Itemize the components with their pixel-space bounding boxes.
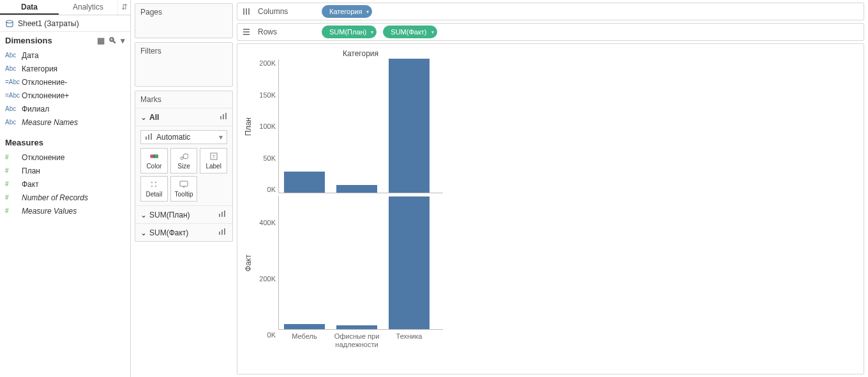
- columns-shelf[interactable]: Columns Категория: [237, 3, 864, 20]
- size-button[interactable]: Size: [170, 148, 198, 174]
- marks-card: Marks ⌄ All Automatic ▾ Color: [135, 91, 233, 242]
- viz-area: Columns Категория Rows SUM(План) SUM(Фак…: [233, 0, 868, 377]
- svg-rect-20: [221, 212, 223, 217]
- search-icon[interactable]: 🔍︎: [108, 36, 117, 45]
- chart-title: Категория: [243, 49, 443, 58]
- x-label-office: Офисные при надлежности: [331, 332, 383, 349]
- svg-rect-2: [223, 114, 224, 119]
- tab-dropdown[interactable]: ⇵: [117, 0, 130, 15]
- datasource-row[interactable]: Sheet1 (Затраты): [0, 15, 130, 32]
- svg-rect-19: [219, 214, 220, 217]
- svg-point-10: [181, 157, 183, 159]
- bar-plan-tech[interactable]: [389, 59, 430, 193]
- svg-point-11: [183, 154, 188, 159]
- rows-shelf[interactable]: Rows SUM(План) SUM(Факт): [237, 23, 864, 41]
- filters-title: Filters: [135, 43, 232, 59]
- side-tabs: Data Analytics ⇵: [0, 0, 130, 15]
- svg-rect-26: [246, 8, 247, 15]
- bar-plan-mebel[interactable]: [284, 172, 325, 193]
- chevron-right-icon: ⌄: [140, 211, 149, 219]
- color-icon: [149, 152, 158, 161]
- view-as-icon[interactable]: ▦: [97, 36, 105, 45]
- svg-point-14: [151, 182, 153, 183]
- detail-button[interactable]: Detail: [140, 176, 168, 202]
- bar-icon: [145, 133, 153, 142]
- svg-point-0: [6, 20, 13, 23]
- pages-title: Pages: [135, 4, 232, 20]
- svg-text:T: T: [212, 154, 215, 159]
- bar-fact-tech[interactable]: [389, 196, 430, 329]
- measures-header: Measures: [0, 134, 130, 151]
- svg-point-16: [151, 186, 153, 187]
- measure-field[interactable]: #Отклонение: [0, 151, 130, 164]
- measures-list: #Отклонение #План #Факт #Number of Recor…: [0, 151, 130, 218]
- tooltip-icon: [179, 180, 188, 189]
- plot-fact[interactable]: [278, 196, 443, 330]
- detail-icon: [150, 180, 158, 189]
- svg-rect-24: [224, 228, 225, 235]
- plot-plan[interactable]: [278, 59, 443, 193]
- svg-rect-3: [225, 113, 227, 119]
- bar-fact-office[interactable]: [336, 325, 377, 329]
- dimension-field[interactable]: =AbcОтклонение-: [0, 75, 130, 89]
- datasource-name: Sheet1 (Затраты): [18, 19, 79, 28]
- y-axis-label-fact: Факт: [243, 196, 254, 330]
- svg-rect-27: [248, 8, 250, 15]
- chevron-down-icon: ▾: [219, 133, 223, 142]
- bar-fact-mebel[interactable]: [284, 324, 325, 329]
- color-button[interactable]: Color: [140, 148, 168, 174]
- measure-field[interactable]: #Факт: [0, 177, 130, 191]
- size-icon: [179, 152, 188, 161]
- svg-rect-21: [224, 211, 225, 217]
- x-axis: Мебель Офисные при надлежности Техника: [243, 332, 443, 349]
- label-icon: T: [210, 152, 218, 161]
- svg-rect-30: [243, 34, 250, 35]
- svg-rect-4: [146, 137, 147, 140]
- measure-field[interactable]: #Measure Values: [0, 204, 130, 218]
- measure-field[interactable]: #Number of Records: [0, 191, 130, 204]
- x-label-mebel: Мебель: [278, 332, 331, 349]
- y-axis-ticks-fact: 400K 200K 0K: [254, 196, 278, 330]
- marks-buttons: Color Size T Label Detail Tooltip: [135, 148, 232, 205]
- datasource-icon: [5, 19, 14, 28]
- marks-sub-plan[interactable]: ⌄ SUM(План): [135, 205, 232, 223]
- dimension-field[interactable]: =AbcОтклонение+: [0, 89, 130, 102]
- dimensions-header: Dimensions ▦ 🔍︎ ▾: [0, 32, 130, 48]
- bar-plan-office[interactable]: [336, 185, 377, 193]
- dimension-field[interactable]: AbcКатегория: [0, 62, 130, 75]
- measure-field[interactable]: #План: [0, 164, 130, 177]
- pages-card[interactable]: Pages: [135, 3, 233, 38]
- rows-label: Rows: [258, 27, 315, 36]
- svg-rect-18: [180, 181, 188, 186]
- chevron-right-icon: ⌄: [140, 228, 149, 237]
- row-pill-fact[interactable]: SUM(Факт): [383, 26, 437, 38]
- bar-icon: [220, 112, 227, 122]
- bar-icon: [218, 210, 227, 219]
- svg-rect-28: [243, 29, 250, 30]
- visualization[interactable]: Категория План 200K 150K 100K 50K 0K: [237, 43, 864, 374]
- svg-rect-1: [220, 116, 221, 119]
- svg-rect-23: [221, 230, 223, 235]
- tab-data[interactable]: Data: [0, 0, 59, 15]
- y-axis-ticks-plan: 200K 150K 100K 50K 0K: [254, 59, 278, 193]
- svg-rect-22: [219, 232, 220, 235]
- y-axis-label-plan: План: [243, 59, 254, 193]
- tab-analytics[interactable]: Analytics: [59, 0, 117, 15]
- marks-all-row[interactable]: ⌄ All: [135, 108, 232, 126]
- menu-icon[interactable]: ▾: [121, 36, 125, 45]
- tooltip-button[interactable]: Tooltip: [170, 176, 198, 202]
- marks-all-label: All: [149, 113, 220, 122]
- mark-type-dropdown[interactable]: Automatic ▾: [140, 130, 227, 144]
- row-pill-plan[interactable]: SUM(План): [322, 26, 377, 38]
- dimension-field[interactable]: AbcMeasure Names: [0, 115, 130, 129]
- label-button[interactable]: T Label: [200, 148, 227, 174]
- svg-point-15: [155, 182, 156, 183]
- marks-title: Marks: [135, 91, 232, 108]
- mark-type-label: Automatic: [156, 133, 190, 142]
- dimension-field[interactable]: AbcДата: [0, 48, 130, 62]
- filters-card[interactable]: Filters: [135, 42, 233, 87]
- column-pill-category[interactable]: Категория: [322, 5, 372, 18]
- marks-sub-fact[interactable]: ⌄ SUM(Факт): [135, 223, 232, 241]
- dimension-field[interactable]: AbcФилиал: [0, 102, 130, 115]
- rows-icon: [241, 27, 251, 37]
